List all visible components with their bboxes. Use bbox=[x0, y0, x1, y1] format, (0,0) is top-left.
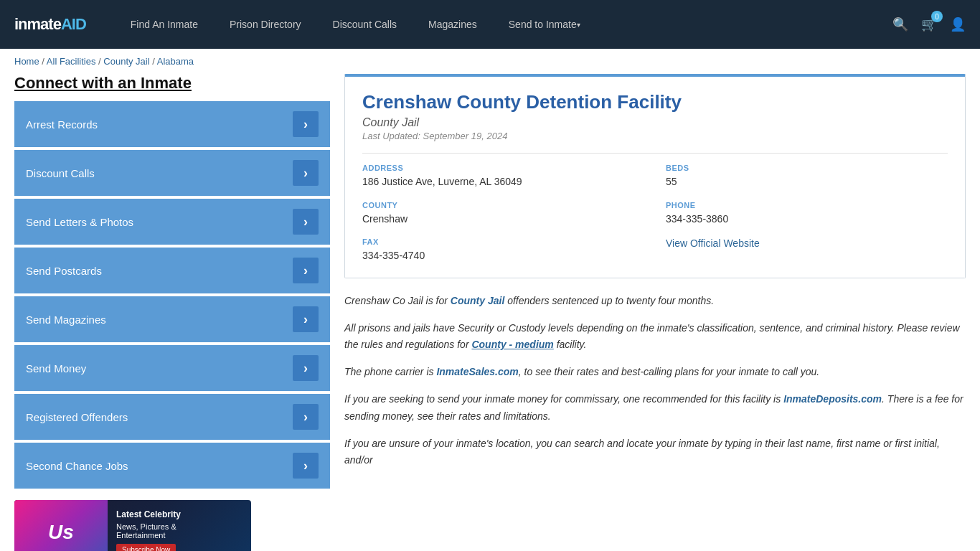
nav-send-to-inmate[interactable]: Send to Inmate bbox=[493, 0, 596, 49]
ad-headline-line2: News, Pictures & bbox=[116, 522, 181, 531]
desc-para-4: If you are seeking to send your inmate m… bbox=[344, 391, 966, 425]
facility-card: Crenshaw County Detention Facility Count… bbox=[344, 74, 966, 278]
cart-icon[interactable]: 🛒 0 bbox=[921, 17, 937, 32]
main-nav: Find An Inmate Prison Directory Discount… bbox=[115, 0, 892, 49]
logo-text: inmateAID bbox=[14, 15, 86, 34]
sidebar-item-label: Send Money bbox=[26, 362, 86, 375]
search-icon[interactable]: 🔍 bbox=[892, 17, 908, 32]
info-county: COUNTY Crenshaw bbox=[362, 201, 644, 227]
facility-type: County Jail bbox=[362, 116, 948, 129]
nav-magazines[interactable]: Magazines bbox=[413, 0, 493, 49]
nav-find-inmate[interactable]: Find An Inmate bbox=[115, 0, 214, 49]
sidebar-item-second-chance-jobs[interactable]: Second Chance Jobs › bbox=[14, 443, 330, 489]
nav-discount-calls[interactable]: Discount Calls bbox=[317, 0, 413, 49]
header-icons: 🔍 🛒 0 👤 bbox=[892, 17, 966, 32]
county-value: Crenshaw bbox=[362, 212, 644, 227]
ad-headline-line1: Latest Celebrity bbox=[116, 509, 181, 519]
cart-badge: 0 bbox=[931, 11, 943, 22]
county-medium-link[interactable]: County - medium bbox=[471, 339, 553, 350]
sidebar-item-label: Arrest Records bbox=[26, 118, 98, 131]
user-icon[interactable]: 👤 bbox=[950, 17, 966, 32]
ad-brand-logo: Us bbox=[14, 500, 108, 551]
sidebar-item-send-money[interactable]: Send Money › bbox=[14, 345, 330, 391]
beds-label: BEDS bbox=[666, 164, 948, 172]
breadcrumb-all-facilities[interactable]: All Facilities bbox=[47, 56, 96, 67]
sidebar-item-label: Send Magazines bbox=[26, 314, 106, 326]
sidebar: Connect with an Inmate Arrest Records › … bbox=[14, 74, 330, 551]
phone-value: 334-335-3860 bbox=[666, 212, 948, 227]
info-col-left: ADDRESS 186 Justice Ave, Luverne, AL 360… bbox=[362, 164, 644, 263]
main-container: Connect with an Inmate Arrest Records › … bbox=[0, 74, 980, 551]
sidebar-item-send-postcards[interactable]: Send Postcards › bbox=[14, 248, 330, 293]
facility-info-grid: ADDRESS 186 Justice Ave, Luverne, AL 360… bbox=[362, 153, 948, 263]
info-phone: PHONE 334-335-3860 bbox=[666, 201, 948, 227]
chevron-right-icon: › bbox=[293, 453, 319, 479]
logo[interactable]: inmateAID bbox=[14, 15, 86, 34]
sidebar-item-label: Second Chance Jobs bbox=[26, 460, 128, 472]
nav-prison-directory[interactable]: Prison Directory bbox=[214, 0, 317, 49]
beds-value: 55 bbox=[666, 175, 948, 189]
breadcrumb-county-jail[interactable]: County Jail bbox=[103, 56, 149, 67]
chevron-right-icon: › bbox=[293, 209, 319, 235]
ad-subscribe-button[interactable]: Subscribe Now bbox=[116, 544, 176, 552]
chevron-right-icon: › bbox=[293, 160, 319, 186]
sidebar-item-arrest-records[interactable]: Arrest Records › bbox=[14, 101, 330, 147]
breadcrumb-home[interactable]: Home bbox=[14, 56, 39, 67]
address-label: ADDRESS bbox=[362, 164, 644, 172]
chevron-right-icon: › bbox=[293, 111, 319, 137]
address-value: 186 Justice Ave, Luverne, AL 36049 bbox=[362, 175, 644, 189]
sidebar-item-label: Discount Calls bbox=[26, 167, 95, 179]
view-official-website-link[interactable]: View Official Website bbox=[666, 237, 760, 249]
sidebar-title: Connect with an Inmate bbox=[14, 74, 330, 93]
sidebar-menu: Arrest Records › Discount Calls › Send L… bbox=[14, 101, 330, 489]
sidebar-item-discount-calls[interactable]: Discount Calls › bbox=[14, 150, 330, 196]
county-label: COUNTY bbox=[362, 201, 644, 209]
facility-last-updated: Last Updated: September 19, 2024 bbox=[362, 131, 948, 141]
fax-label: FAX bbox=[362, 237, 644, 246]
sidebar-item-send-letters[interactable]: Send Letters & Photos › bbox=[14, 199, 330, 245]
ad-text-block: Latest Celebrity News, Pictures & Entert… bbox=[108, 504, 189, 552]
desc-para-1: Crenshaw Co Jail is for County Jail offe… bbox=[344, 293, 966, 310]
sidebar-item-registered-offenders[interactable]: Registered Offenders › bbox=[14, 394, 330, 440]
desc-para-2: All prisons and jails have Security or C… bbox=[344, 320, 966, 354]
sidebar-item-label: Send Postcards bbox=[26, 265, 102, 277]
info-address: ADDRESS 186 Justice Ave, Luverne, AL 360… bbox=[362, 164, 644, 189]
sidebar-item-send-magazines[interactable]: Send Magazines › bbox=[14, 296, 330, 342]
breadcrumb: Home / All Facilities / County Jail / Al… bbox=[0, 49, 980, 74]
sidebar-item-label: Registered Offenders bbox=[26, 411, 128, 423]
advertisement-banner[interactable]: Us Latest Celebrity News, Pictures & Ent… bbox=[14, 500, 251, 551]
main-content: Crenshaw County Detention Facility Count… bbox=[344, 74, 966, 551]
ad-headline-line3: Entertainment bbox=[116, 531, 181, 540]
chevron-right-icon: › bbox=[293, 404, 319, 430]
inmate-deposits-link[interactable]: InmateDeposits.com bbox=[783, 393, 882, 405]
sidebar-item-label: Send Letters & Photos bbox=[26, 216, 133, 228]
chevron-right-icon: › bbox=[293, 306, 319, 332]
info-col-right: BEDS 55 PHONE 334-335-3860 View Official… bbox=[644, 164, 948, 263]
info-beds: BEDS 55 bbox=[666, 164, 948, 189]
info-website: View Official Website bbox=[666, 237, 948, 249]
chevron-right-icon: › bbox=[293, 355, 319, 381]
facility-description: Crenshaw Co Jail is for County Jail offe… bbox=[344, 293, 966, 469]
breadcrumb-alabama[interactable]: Alabama bbox=[157, 56, 194, 67]
facility-name: Crenshaw County Detention Facility bbox=[362, 91, 948, 113]
inmate-sales-link[interactable]: InmateSales.com bbox=[436, 366, 518, 377]
fax-value: 334-335-4740 bbox=[362, 249, 644, 263]
county-jail-link[interactable]: County Jail bbox=[451, 295, 504, 306]
logo-aid: AID bbox=[61, 15, 86, 33]
chevron-right-icon: › bbox=[293, 258, 319, 283]
info-fax: FAX 334-335-4740 bbox=[362, 237, 644, 263]
phone-label: PHONE bbox=[666, 201, 948, 209]
desc-para-3: The phone carrier is InmateSales.com, to… bbox=[344, 364, 966, 381]
site-header: inmateAID Find An Inmate Prison Director… bbox=[0, 0, 980, 49]
desc-para-5: If you are unsure of your inmate's locat… bbox=[344, 435, 966, 470]
